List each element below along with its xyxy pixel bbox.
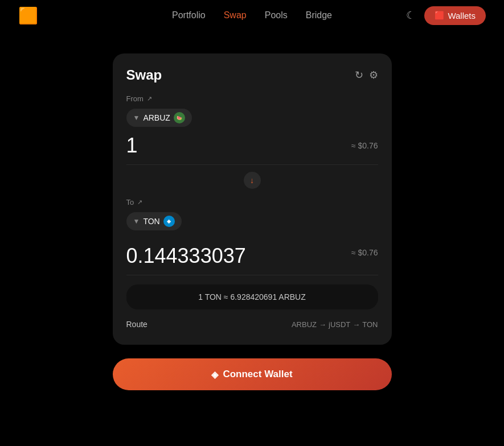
from-token-icon: 🍉 — [174, 112, 185, 123]
swap-card: Swap ↻ ⚙ From ↗ ▼ ARBUZ 🍉 — [113, 53, 392, 345]
to-chevron-icon: ▼ — [133, 217, 140, 225]
connect-wallet-button[interactable]: ◈ Connect Wallet — [113, 358, 392, 390]
wallets-icon: 🟥 — [435, 11, 444, 20]
to-token-symbol: TON — [143, 217, 159, 226]
route-row: Route ARBUZ → jUSDT → TON — [126, 317, 378, 331]
route-token-1: ARBUZ — [292, 320, 317, 329]
from-section: From ↗ ▼ ARBUZ 🍉 ≈ $0.76 — [126, 94, 378, 158]
nav-item-pools[interactable]: Pools — [265, 10, 288, 20]
route-token-3: TON — [362, 320, 378, 329]
refresh-button[interactable]: ↻ — [355, 69, 363, 81]
theme-toggle-button[interactable]: ☾ — [404, 7, 417, 24]
to-amount-display: 0.144333037 — [126, 244, 246, 268]
from-label: From ↗ — [126, 94, 378, 103]
from-token-selector[interactable]: ▼ ARBUZ 🍉 — [126, 109, 192, 127]
app-logo: 🟧 — [18, 6, 38, 25]
card-header: Swap ↻ ⚙ — [126, 67, 378, 83]
divider-top — [126, 164, 378, 165]
route-label: Route — [126, 320, 147, 329]
swap-title: Swap — [126, 67, 162, 83]
to-usd-value: ≈ $0.76 — [351, 248, 378, 257]
header-actions: ☾ 🟥 Wallets — [404, 6, 486, 25]
nav-item-bridge[interactable]: Bridge — [306, 10, 332, 20]
wallets-label: Wallets — [448, 11, 476, 20]
main-content: Swap ↻ ⚙ From ↗ ▼ ARBUZ 🍉 — [0, 31, 504, 390]
swap-arrow-container: ↓ — [126, 171, 378, 190]
divider-bottom — [126, 275, 378, 275]
rate-bar[interactable]: 1 TON ≈ 6.928420691 ARBUZ — [126, 284, 378, 309]
header: 🟧 Portfolio Swap Pools Bridge ☾ 🟥 Wallet… — [0, 0, 504, 31]
connect-btn-icon: ◈ — [211, 369, 218, 380]
to-section: To ↗ ▼ TON ◈ 0.144333037 ≈ $0.76 — [126, 198, 378, 268]
connect-btn-label: Connect Wallet — [223, 369, 292, 380]
from-usd-value: ≈ $0.76 — [351, 141, 378, 150]
route-arrow-1: → — [319, 320, 326, 329]
from-amount-input[interactable] — [126, 134, 302, 158]
swap-content: Swap ↻ ⚙ From ↗ ▼ ARBUZ 🍉 — [113, 53, 392, 390]
swap-direction-button[interactable]: ↓ — [243, 171, 262, 190]
route-token-2: jUSDT — [329, 320, 350, 329]
to-amount-row: 0.144333037 ≈ $0.76 — [126, 237, 378, 268]
to-label: To ↗ — [126, 198, 378, 207]
settings-button[interactable]: ⚙ — [369, 69, 378, 81]
from-amount-row: ≈ $0.76 — [126, 134, 378, 158]
route-path: ARBUZ → jUSDT → TON — [292, 320, 378, 329]
route-arrow-2: → — [353, 320, 360, 329]
main-nav: Portfolio Swap Pools Bridge — [172, 10, 332, 20]
nav-item-portfolio[interactable]: Portfolio — [172, 10, 206, 20]
to-token-icon: ◈ — [163, 216, 175, 227]
wallets-button[interactable]: 🟥 Wallets — [424, 6, 486, 25]
from-ext-link-icon: ↗ — [147, 95, 152, 102]
nav-item-swap[interactable]: Swap — [224, 10, 247, 20]
from-token-symbol: ARBUZ — [143, 113, 170, 122]
from-chevron-icon: ▼ — [133, 114, 140, 122]
to-ext-link-icon: ↗ — [137, 199, 142, 206]
card-actions: ↻ ⚙ — [355, 69, 378, 81]
to-token-selector[interactable]: ▼ TON ◈ — [126, 212, 182, 230]
